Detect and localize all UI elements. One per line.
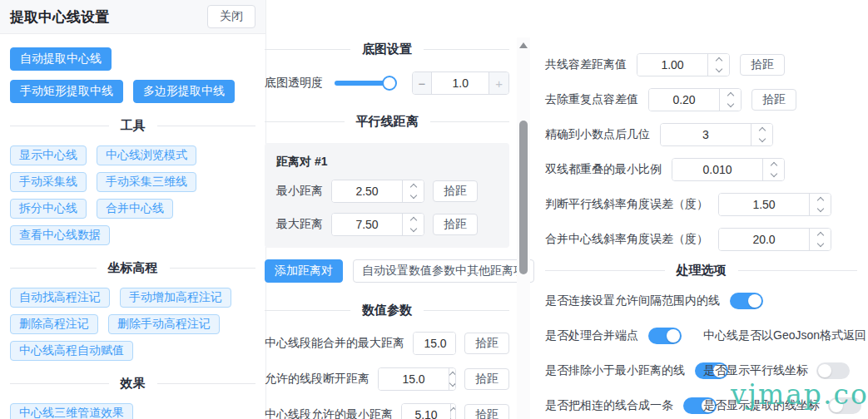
opacity-increase-button[interactable]: +: [489, 72, 508, 94]
show-centerline-button[interactable]: 显示中心线: [10, 145, 87, 165]
polygon-extract-button[interactable]: 多边形提取中线: [133, 80, 235, 103]
spin-down-icon[interactable]: [727, 101, 733, 107]
view-centerline-data-button[interactable]: 查看中心线数据: [10, 225, 110, 245]
add-distance-pair-button[interactable]: 添加距离对: [265, 259, 343, 283]
delete-manual-elevation-note-button[interactable]: 删除手动高程注记: [108, 314, 220, 334]
parallel-slope-angle-error-spinner[interactable]: [809, 194, 831, 215]
left-panel: 提取中心线设置 关闭 自动提取中心线 手动矩形提取中线 多边形提取中线 工具 显…: [0, 0, 266, 419]
overlap-min-ratio-input[interactable]: [672, 159, 762, 180]
opacity-slider[interactable]: [335, 76, 395, 91]
distance-pair-card: 距离对 #1 最小距离 拾距 最大距离: [265, 143, 509, 248]
spin-up-icon[interactable]: [727, 92, 733, 99]
allowed-break-distance-spinner[interactable]: [449, 368, 455, 390]
show-parallel-coords-toggle[interactable]: [816, 362, 850, 379]
divider-line: [10, 126, 109, 126]
opacity-decrease-button[interactable]: −: [413, 72, 433, 94]
close-button[interactable]: 关闭: [207, 5, 255, 28]
manual-collect-line-button[interactable]: 手动采集线: [10, 172, 87, 192]
parallel-slope-angle-error-input[interactable]: [719, 194, 809, 215]
scroll-up-icon[interactable]: [519, 42, 528, 48]
collinear-tolerance-spinner[interactable]: [707, 54, 729, 76]
centerline-browse-mode-button[interactable]: 中心线浏览模式: [97, 145, 196, 165]
max-distance-pick-button[interactable]: 拾距: [433, 214, 478, 235]
min-allowed-distance-input[interactable]: [402, 404, 450, 419]
overlap-min-ratio-input-group: [672, 158, 785, 181]
dedupe-tolerance-spinner[interactable]: [719, 89, 741, 111]
allowed-break-distance-pick-button[interactable]: 拾距: [464, 368, 509, 390]
left-panel-body: 自动提取中心线 手动矩形提取中线 多边形提取中线 工具 显示中心线 中心线浏览模…: [0, 34, 265, 419]
dedupe-tolerance-pick-button[interactable]: 拾距: [751, 89, 796, 111]
spin-up-icon[interactable]: [715, 57, 722, 64]
spin-down-icon[interactable]: [715, 66, 722, 72]
spin-down-icon[interactable]: [409, 225, 416, 232]
dedupe-tolerance-input[interactable]: [649, 89, 719, 111]
dedupe-tolerance-label: 去除重复点容差值: [545, 92, 638, 107]
connect-lines-in-gap-toggle[interactable]: [730, 293, 763, 309]
auto-find-elevation-note-button[interactable]: 自动找高程注记: [10, 288, 110, 308]
min-distance-input[interactable]: [332, 180, 402, 202]
geojson-return-label: 中心线是否以GeoJson格式返回: [703, 328, 866, 343]
spin-down-icon[interactable]: [449, 380, 455, 387]
spin-up-icon[interactable]: [816, 197, 823, 204]
manual-rect-extract-button[interactable]: 手动矩形提取中线: [10, 80, 123, 103]
merge-endpoints-toggle[interactable]: [648, 328, 682, 344]
centerline-elevation-auto-assign-button[interactable]: 中心线高程自动赋值: [10, 341, 133, 361]
section-title-process-options: 处理选项: [677, 263, 727, 279]
opacity-input[interactable]: [432, 72, 489, 94]
section-title-parallel-distance: 平行线距离: [356, 114, 419, 130]
centerline-3d-pipe-effect-button[interactable]: 中心线三维管道效果: [10, 403, 133, 419]
vertical-scrollbar[interactable]: [517, 37, 530, 419]
show-extracted-coords-toggle[interactable]: [828, 397, 861, 414]
page-title: 提取中心线设置: [10, 7, 109, 27]
spin-down-icon[interactable]: [758, 136, 765, 142]
scrollbar-thumb[interactable]: [519, 121, 528, 274]
spin-up-icon[interactable]: [409, 217, 416, 224]
section-title-tools: 工具: [121, 118, 146, 134]
min-distance-pick-button[interactable]: 拾距: [433, 180, 478, 202]
spin-up-icon[interactable]: [758, 127, 765, 134]
merge-slope-angle-error-spinner[interactable]: [809, 229, 831, 250]
max-distance-input-group: [331, 213, 424, 236]
collinear-tolerance-input[interactable]: [637, 54, 707, 76]
panel-header: 提取中心线设置 关闭: [0, 0, 265, 34]
min-allowed-distance-pick-button[interactable]: 拾距: [464, 404, 509, 419]
split-centerline-button[interactable]: 拆分中心线: [10, 199, 87, 219]
spin-up-icon[interactable]: [409, 184, 416, 190]
auto-set-other-distance-button[interactable]: 自动设置数值参数中其他距离项: [353, 259, 534, 283]
max-distance-label: 最大距离: [276, 217, 323, 232]
merge-centerline-button[interactable]: 合并中心线: [97, 199, 173, 219]
slider-handle[interactable]: [382, 76, 397, 91]
max-merge-distance-input[interactable]: [414, 333, 456, 354]
spin-down-icon[interactable]: [770, 170, 776, 177]
spin-up-icon[interactable]: [816, 232, 823, 239]
overlap-min-ratio-spinner[interactable]: [762, 159, 784, 180]
auto-extract-centerline-button[interactable]: 自动提取中心线: [10, 47, 112, 71]
overlap-min-ratio-label: 双线都重叠的最小比例: [545, 162, 662, 177]
delete-elevation-note-button[interactable]: 删除高程注记: [10, 314, 98, 334]
middle-column: 底图设置 底图透明度 − + 平行线距离 距离对 #1 最小距离: [265, 42, 509, 419]
min-allowed-distance-input-group: [401, 403, 456, 419]
manual-collect-3d-line-button[interactable]: 手动采集三维线: [97, 172, 196, 192]
spin-up-icon[interactable]: [449, 372, 455, 378]
allowed-break-distance-input[interactable]: [379, 368, 449, 390]
spin-down-icon[interactable]: [816, 240, 823, 247]
max-distance-input[interactable]: [332, 214, 402, 235]
manual-add-elevation-note-button[interactable]: 手动增加高程注记: [120, 288, 231, 308]
collinear-tolerance-pick-button[interactable]: 拾距: [740, 54, 785, 76]
spin-down-icon[interactable]: [450, 416, 456, 419]
decimal-precision-label: 精确到小数点后几位: [545, 127, 650, 142]
spin-down-icon[interactable]: [409, 192, 416, 199]
spin-down-icon[interactable]: [816, 205, 823, 212]
max-merge-distance-pick-button[interactable]: 拾距: [464, 333, 509, 354]
divider-line: [10, 268, 97, 269]
merge-slope-angle-error-input[interactable]: [719, 229, 809, 250]
decimal-precision-input[interactable]: [661, 124, 751, 145]
decimal-precision-spinner[interactable]: [751, 124, 772, 145]
divider-line: [157, 383, 256, 384]
spin-up-icon[interactable]: [770, 162, 776, 169]
spin-up-icon[interactable]: [450, 407, 456, 414]
max-distance-spinner[interactable]: [402, 214, 424, 235]
min-distance-spinner[interactable]: [402, 180, 424, 202]
min-allowed-distance-spinner[interactable]: [450, 404, 456, 419]
extract-centerline-settings-window: 提取中心线设置 关闭 自动提取中心线 手动矩形提取中线 多边形提取中线 工具 显…: [0, 0, 868, 419]
